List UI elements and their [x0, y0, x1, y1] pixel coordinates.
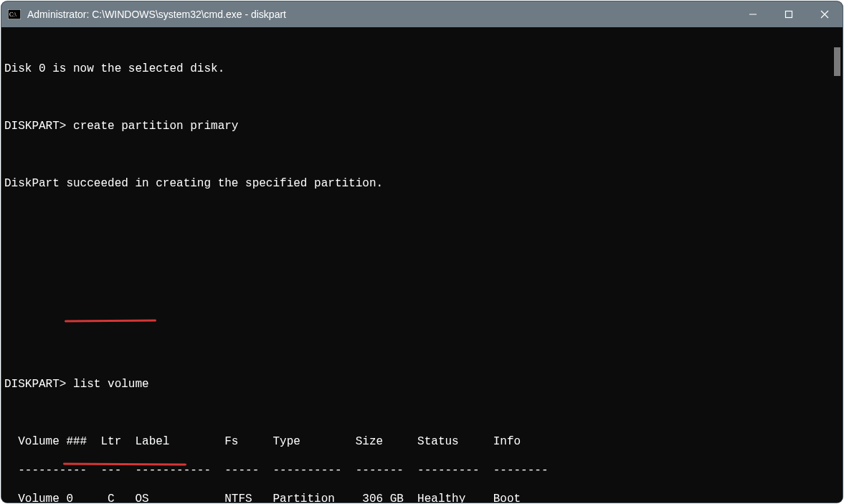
close-button[interactable] [807, 1, 843, 27]
minimize-button[interactable] [735, 1, 771, 27]
prompt-line: DISKPART> create partition primary [4, 119, 828, 133]
titlebar[interactable]: C:\ Administrator: C:\WINDOWS\system32\c… [1, 1, 843, 27]
maximize-button[interactable] [771, 1, 807, 27]
prompt-line: DISKPART> list volume [4, 377, 828, 391]
output-line: Disk 0 is now the selected disk. [4, 62, 828, 76]
window-title: Administrator: C:\WINDOWS\system32\cmd.e… [27, 9, 286, 20]
table-header: Volume ### Ltr Label Fs Type Size Status… [4, 434, 828, 449]
output-line: DiskPart succeeded in creating the speci… [4, 176, 828, 191]
terminal-output[interactable]: Disk 0 is now the selected disk. DISKPAR… [1, 27, 831, 503]
svg-rect-3 [786, 11, 792, 18]
cmd-window: C:\ Administrator: C:\WINDOWS\system32\c… [1, 1, 843, 503]
scrollbar[interactable] [831, 27, 843, 503]
scrollbar-thumb[interactable] [834, 47, 840, 76]
table-row: Volume 0 C OS NTFS Partition 306 GB Heal… [4, 492, 828, 503]
cmd-icon: C:\ [8, 9, 21, 20]
svg-text:C:\: C:\ [9, 11, 17, 18]
